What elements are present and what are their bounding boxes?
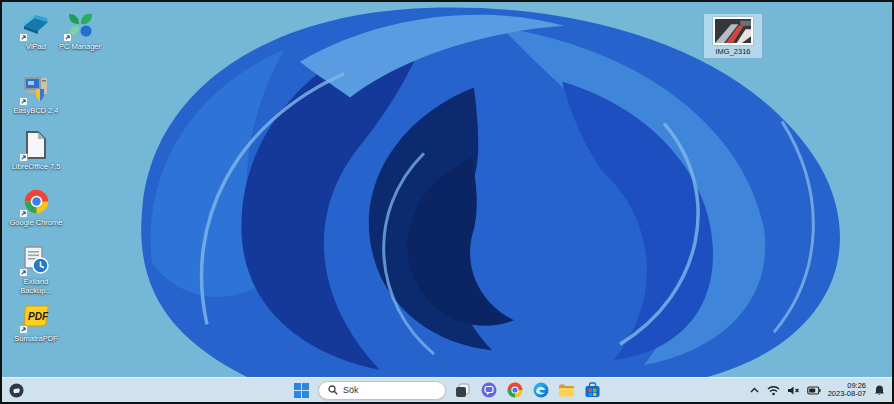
- chevron-up-icon: [749, 385, 760, 396]
- desktop-icon-pc-manager[interactable]: PC Manager: [52, 10, 108, 51]
- weather-widget-icon: [9, 383, 24, 398]
- desktop-icon-libreoffice[interactable]: LibreOffice 7.5: [8, 130, 64, 171]
- search-icon: [328, 385, 338, 395]
- search-input[interactable]: Sök: [318, 381, 446, 400]
- windows-desktop-screen: ViPad PC Manager: [0, 0, 894, 404]
- desktop-icon-google-chrome[interactable]: Google Chrome: [8, 186, 64, 227]
- system-tray: 09:26 2023-08-07: [749, 378, 888, 402]
- vipad-icon: [21, 10, 51, 40]
- shortcut-arrow-icon: [19, 153, 28, 162]
- chrome-taskbar-button[interactable]: [505, 381, 524, 400]
- chrome-icon: [507, 382, 523, 398]
- taskbar-center-group: Sök: [292, 378, 602, 402]
- task-view-icon: [455, 383, 470, 398]
- desktop-icon-label: ViPad: [26, 42, 46, 51]
- volume-button[interactable]: [787, 385, 800, 396]
- desktop-icon-label: SumatraPDF: [14, 334, 57, 343]
- file-explorer-icon: [558, 383, 575, 398]
- widgets-button[interactable]: [7, 381, 26, 400]
- shortcut-arrow-icon: [19, 33, 28, 42]
- edge-button[interactable]: [531, 381, 550, 400]
- shortcut-arrow-icon: [19, 325, 28, 334]
- exiland-backup-icon: [21, 245, 51, 275]
- pc-manager-icon: [65, 10, 95, 40]
- shortcut-arrow-icon: [19, 97, 28, 106]
- volume-muted-icon: [787, 385, 800, 396]
- chat-icon: [481, 382, 497, 398]
- svg-text:PDF: PDF: [28, 311, 49, 322]
- edge-icon: [533, 382, 549, 398]
- desktop-icon-label: Google Chrome: [10, 218, 63, 227]
- desktop-icon-exiland-backup[interactable]: Exiland Backup...: [8, 245, 64, 295]
- notification-center-button[interactable]: [873, 384, 886, 397]
- bell-icon: [873, 384, 886, 397]
- easybcd-icon: [21, 74, 51, 104]
- clock[interactable]: 09:26 2023-08-07: [828, 382, 866, 399]
- file-label: IMG_2316: [715, 47, 750, 56]
- microsoft-store-button[interactable]: [583, 381, 602, 400]
- desktop-icon-label: PC Manager: [59, 42, 101, 51]
- network-button[interactable]: [767, 385, 780, 396]
- microsoft-store-icon: [585, 382, 600, 398]
- desktop-icon-easybcd[interactable]: EasyBCD 2.4: [8, 74, 64, 115]
- clock-date: 2023-08-07: [828, 390, 866, 399]
- chat-button[interactable]: [479, 381, 498, 400]
- desktop-icon-label: EasyBCD 2.4: [13, 106, 58, 115]
- battery-icon: [807, 386, 821, 395]
- sumatrapdf-icon: PDF: [21, 302, 51, 332]
- desktop-icon-sumatrapdf[interactable]: PDF SumatraPDF: [8, 302, 64, 343]
- image-thumbnail: [713, 17, 753, 45]
- chrome-icon: [21, 186, 51, 216]
- desktop-file-img-2316[interactable]: IMG_2316: [703, 13, 763, 59]
- file-explorer-button[interactable]: [557, 381, 576, 400]
- desktop-icon-label: LibreOffice 7.5: [12, 162, 61, 171]
- libreoffice-icon: [21, 130, 51, 160]
- wifi-icon: [767, 385, 780, 396]
- start-button[interactable]: [292, 381, 311, 400]
- shortcut-arrow-icon: [19, 209, 28, 218]
- search-placeholder: Sök: [343, 385, 359, 395]
- hidden-icons-button[interactable]: [749, 385, 760, 396]
- shortcut-arrow-icon: [19, 268, 28, 277]
- battery-button[interactable]: [807, 386, 821, 395]
- desktop[interactable]: ViPad PC Manager: [2, 2, 892, 377]
- desktop-icon-label: Exiland Backup...: [8, 277, 64, 295]
- task-view-button[interactable]: [453, 381, 472, 400]
- taskbar: Sök: [2, 377, 892, 402]
- windows-start-icon: [294, 383, 309, 398]
- shortcut-arrow-icon: [63, 33, 72, 42]
